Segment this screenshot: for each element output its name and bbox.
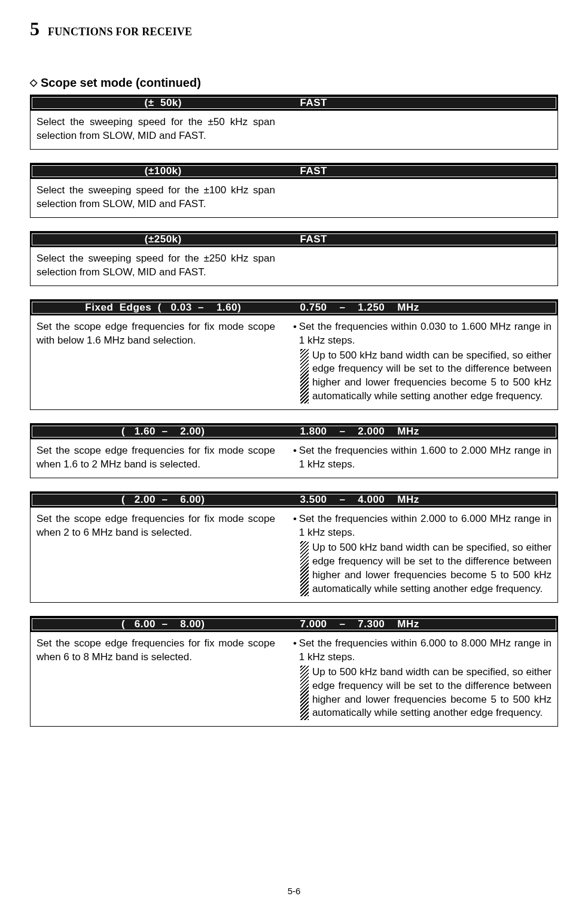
setting-value: FAST	[294, 165, 556, 177]
page-header: 5 FUNCTIONS FOR RECEIVE	[30, 18, 558, 40]
settings-list: (± 50k)FASTSelect the sweeping speed for…	[30, 95, 558, 727]
setting-description-right: •Set the frequencies within 2.000 to 6.0…	[293, 512, 552, 596]
setting-description-left: Select the sweeping speed for the ±50 kH…	[36, 116, 275, 143]
bullet-icon: •	[293, 320, 297, 348]
setting-header: (±250k)FAST	[31, 232, 557, 247]
diamond-icon: ◇	[30, 77, 37, 88]
setting-box: ( 6.00 – 8.00)7.000 – 7.300 MHzSet the s…	[30, 616, 558, 727]
setting-value: 7.000 – 7.300 MHz	[294, 618, 556, 630]
setting-description-right	[293, 116, 552, 143]
setting-header-inner: (± 50k)FAST	[32, 97, 556, 109]
setting-description-right	[293, 184, 552, 211]
setting-value: 1.800 – 2.000 MHz	[294, 426, 556, 438]
setting-description-right	[293, 252, 552, 280]
setting-name: (±100k)	[32, 165, 294, 177]
setting-body: Set the scope edge frequencies for fix m…	[31, 315, 557, 410]
setting-body: Select the sweeping speed for the ±100 k…	[31, 179, 557, 217]
chapter-title: FUNCTIONS FOR RECEIVE	[48, 26, 192, 38]
setting-description-left: Set the scope edge frequencies for fix m…	[36, 444, 275, 472]
setting-description-left: Set the scope edge frequencies for fix m…	[36, 512, 275, 596]
page-number: 5-6	[288, 886, 301, 896]
bullet-row: •Set the frequencies within 1.600 to 2.0…	[293, 444, 552, 472]
setting-description-left: Select the sweeping speed for the ±100 k…	[36, 184, 275, 211]
setting-box: (±250k)FASTSelect the sweeping speed for…	[30, 231, 558, 286]
setting-header-inner: ( 1.60 – 2.00)1.800 – 2.000 MHz	[32, 426, 556, 438]
setting-box: ( 1.60 – 2.00)1.800 – 2.000 MHzSet the s…	[30, 423, 558, 478]
note-text: Up to 500 kHz band width can be specifie…	[312, 541, 552, 596]
setting-header: (± 50k)FAST	[31, 95, 557, 111]
hatch-icon	[300, 666, 309, 721]
setting-description-right: •Set the frequencies within 1.600 to 2.0…	[293, 444, 552, 472]
setting-body: Set the scope edge frequencies for fix m…	[31, 632, 557, 727]
bullet-text: Set the frequencies within 2.000 to 6.00…	[299, 512, 552, 540]
note-row: Up to 500 kHz band width can be specifie…	[293, 349, 552, 404]
section-heading: ◇ Scope set mode (continued)	[30, 76, 558, 90]
note-text: Up to 500 kHz band width can be specifie…	[312, 666, 552, 721]
setting-header-inner: ( 6.00 – 8.00)7.000 – 7.300 MHz	[32, 618, 556, 630]
hatch-icon	[300, 349, 309, 404]
page-footer: 5-6	[0, 886, 588, 896]
setting-body: Set the scope edge frequencies for fix m…	[31, 508, 557, 602]
chapter-number: 5	[30, 18, 39, 40]
bullet-icon: •	[293, 512, 297, 540]
setting-header: Fixed Edges ( 0.03 – 1.60)0.750 – 1.250 …	[31, 300, 557, 315]
note-row: Up to 500 kHz band width can be specifie…	[293, 666, 552, 721]
setting-header: ( 6.00 – 8.00)7.000 – 7.300 MHz	[31, 617, 557, 632]
setting-value: FAST	[294, 233, 556, 245]
setting-header: (±100k)FAST	[31, 163, 557, 179]
setting-body: Select the sweeping speed for the ±250 k…	[31, 247, 557, 286]
setting-description-right: •Set the frequencies within 0.030 to 1.6…	[293, 320, 552, 404]
bullet-icon: •	[293, 444, 297, 472]
bullet-text: Set the frequencies within 6.000 to 8.00…	[299, 637, 552, 664]
setting-body: Select the sweeping speed for the ±50 kH…	[31, 111, 557, 149]
setting-value: FAST	[294, 97, 556, 109]
setting-description-left: Set the scope edge frequencies for fix m…	[36, 637, 275, 721]
setting-name: ( 1.60 – 2.00)	[32, 426, 294, 438]
setting-header-inner: (±100k)FAST	[32, 165, 556, 177]
setting-header: ( 2.00 – 6.00)3.500 – 4.000 MHz	[31, 492, 557, 508]
setting-value: 0.750 – 1.250 MHz	[294, 302, 556, 314]
setting-name: ( 2.00 – 6.00)	[32, 494, 294, 506]
bullet-text: Set the frequencies within 0.030 to 1.60…	[299, 320, 552, 348]
hatch-icon	[300, 541, 309, 596]
setting-box: Fixed Edges ( 0.03 – 1.60)0.750 – 1.250 …	[30, 299, 558, 411]
setting-name: ( 6.00 – 8.00)	[32, 618, 294, 630]
setting-name: (± 50k)	[32, 97, 294, 109]
setting-body: Set the scope edge frequencies for fix m…	[31, 439, 557, 478]
setting-value: 3.500 – 4.000 MHz	[294, 494, 556, 506]
bullet-row: •Set the frequencies within 0.030 to 1.6…	[293, 320, 552, 348]
setting-box: ( 2.00 – 6.00)3.500 – 4.000 MHzSet the s…	[30, 491, 558, 603]
note-text: Up to 500 kHz band width can be specifie…	[312, 349, 552, 404]
setting-description-left: Select the sweeping speed for the ±250 k…	[36, 252, 275, 280]
note-row: Up to 500 kHz band width can be specifie…	[293, 541, 552, 596]
setting-header-inner: ( 2.00 – 6.00)3.500 – 4.000 MHz	[32, 494, 556, 506]
bullet-row: •Set the frequencies within 6.000 to 8.0…	[293, 637, 552, 664]
setting-header-inner: Fixed Edges ( 0.03 – 1.60)0.750 – 1.250 …	[32, 302, 556, 314]
bullet-icon: •	[293, 637, 297, 664]
setting-box: (± 50k)FASTSelect the sweeping speed for…	[30, 95, 558, 150]
setting-header: ( 1.60 – 2.00)1.800 – 2.000 MHz	[31, 424, 557, 439]
section-title: Scope set mode (continued)	[41, 76, 201, 90]
setting-description-right: •Set the frequencies within 6.000 to 8.0…	[293, 637, 552, 721]
setting-description-left: Set the scope edge frequencies for fix m…	[36, 320, 275, 404]
setting-name: (±250k)	[32, 233, 294, 245]
setting-header-inner: (±250k)FAST	[32, 233, 556, 245]
setting-name: Fixed Edges ( 0.03 – 1.60)	[32, 302, 294, 314]
bullet-row: •Set the frequencies within 2.000 to 6.0…	[293, 512, 552, 540]
bullet-text: Set the frequencies within 1.600 to 2.00…	[299, 444, 552, 472]
setting-box: (±100k)FASTSelect the sweeping speed for…	[30, 163, 558, 218]
